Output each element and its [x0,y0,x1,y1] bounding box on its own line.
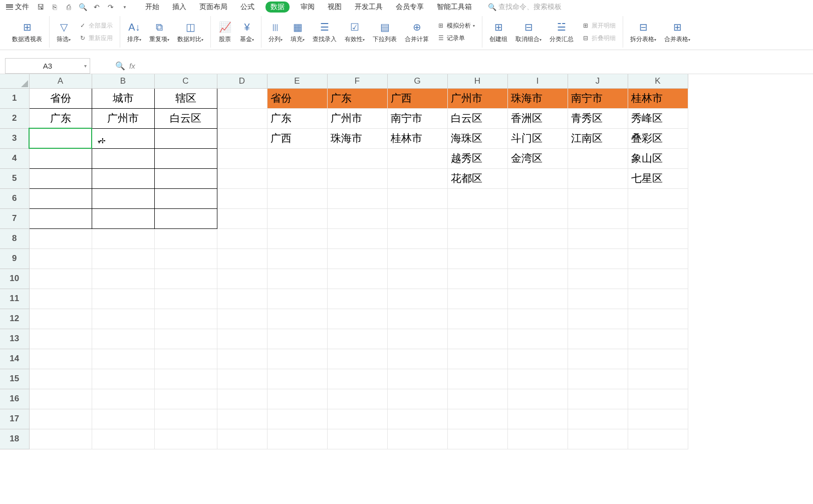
row-header-12[interactable]: 12 [0,309,29,329]
cell-H2[interactable]: 白云区 [447,108,507,128]
cell-B7[interactable] [92,208,154,228]
cell-G11[interactable] [387,289,447,309]
cell-C18[interactable] [154,429,217,449]
cell-K18[interactable] [628,429,688,449]
cell-A8[interactable] [29,228,92,248]
row-header-5[interactable]: 5 [0,168,29,188]
cell-B4[interactable] [92,148,154,168]
cell-F6[interactable] [327,188,387,208]
column-header-C[interactable]: C [154,74,217,88]
cell-F13[interactable] [327,329,387,349]
cell-B14[interactable] [92,349,154,369]
row-header-1[interactable]: 1 [0,88,29,108]
column-header-F[interactable]: F [327,74,387,88]
fill-button[interactable]: ▦填充▾ [289,19,307,45]
dropdown-list-button[interactable]: ▤下拉列表 [371,19,399,45]
cell-H10[interactable] [447,269,507,289]
tab-start[interactable]: 开始 [143,2,161,13]
cell-F17[interactable] [327,409,387,429]
cell-E14[interactable] [267,349,327,369]
merge-table-button[interactable]: ⊞合并表格▾ [662,19,692,45]
cell-K10[interactable] [628,269,688,289]
cell-D12[interactable] [217,309,267,329]
cell-A13[interactable] [29,329,92,349]
column-header-D[interactable]: D [217,74,267,88]
cell-H12[interactable] [447,309,507,329]
cell-J10[interactable] [568,269,628,289]
row-header-17[interactable]: 17 [0,409,29,429]
cell-H6[interactable] [447,188,507,208]
cell-G5[interactable] [387,168,447,188]
cell-I4[interactable]: 金湾区 [507,148,568,168]
cell-I17[interactable] [507,409,568,429]
cell-E7[interactable] [267,208,327,228]
cell-F7[interactable] [327,208,387,228]
subtotal-button[interactable]: ☱分类汇总 [548,19,576,45]
find-entry-button[interactable]: ☰查找录入 [311,19,339,45]
row-header-4[interactable]: 4 [0,148,29,168]
cell-H9[interactable] [447,248,507,269]
cell-G1[interactable]: 广西 [387,88,447,108]
cell-H18[interactable] [447,429,507,449]
ungroup-button[interactable]: ⊟取消组合▾ [513,19,544,45]
record-form-button[interactable]: ☰记录单 [435,33,477,44]
cell-G8[interactable] [387,228,447,248]
cell-A9[interactable] [29,248,92,269]
fund-button[interactable]: ¥基金▾ [238,19,256,45]
cell-A12[interactable] [29,309,92,329]
cell-I16[interactable] [507,389,568,409]
cell-A3[interactable]: ▾✢ [29,128,92,148]
cell-E4[interactable] [267,148,327,168]
cell-C10[interactable] [154,269,217,289]
cell-G15[interactable] [387,369,447,389]
cell-G9[interactable] [387,248,447,269]
cell-G3[interactable]: 桂林市 [387,128,447,148]
cell-E13[interactable] [267,329,327,349]
cell-H14[interactable] [447,349,507,369]
cell-J6[interactable] [568,188,628,208]
tab-smart-toolbox[interactable]: 智能工具箱 [435,2,474,13]
cell-F12[interactable] [327,309,387,329]
column-header-E[interactable]: E [267,74,327,88]
cell-G18[interactable] [387,429,447,449]
cell-H16[interactable] [447,389,507,409]
cell-E2[interactable]: 广东 [267,108,327,128]
cell-J9[interactable] [568,248,628,269]
row-header-15[interactable]: 15 [0,369,29,389]
cell-F10[interactable] [327,269,387,289]
cell-D18[interactable] [217,429,267,449]
cell-K3[interactable]: 叠彩区 [628,128,688,148]
cell-H13[interactable] [447,329,507,349]
row-header-13[interactable]: 13 [0,329,29,349]
reapply-button[interactable]: ↻重新应用 [77,33,115,44]
cell-F2[interactable]: 广州市 [327,108,387,128]
cell-B13[interactable] [92,329,154,349]
cell-C9[interactable] [154,248,217,269]
name-box-dropdown-icon[interactable]: ▾ [84,63,87,69]
cell-K9[interactable] [628,248,688,269]
cell-C13[interactable] [154,329,217,349]
cell-K1[interactable]: 桂林市 [628,88,688,108]
name-box[interactable]: A3 ▾ [5,58,90,74]
column-header-B[interactable]: B [92,74,154,88]
cell-B5[interactable] [92,168,154,188]
column-header-H[interactable]: H [447,74,507,88]
cell-K8[interactable] [628,228,688,248]
cell-D2[interactable] [217,108,267,128]
cell-D16[interactable] [217,389,267,409]
cell-C12[interactable] [154,309,217,329]
cell-K17[interactable] [628,409,688,429]
stock-button[interactable]: 📈股票 [216,19,234,45]
cell-F14[interactable] [327,349,387,369]
validity-button[interactable]: ☑有效性▾ [343,19,367,45]
cell-E16[interactable] [267,389,327,409]
cell-E1[interactable]: 省份 [267,88,327,108]
save-icon[interactable]: 🖫 [36,3,45,12]
cell-F8[interactable] [327,228,387,248]
cell-D13[interactable] [217,329,267,349]
cell-I8[interactable] [507,228,568,248]
cell-K14[interactable] [628,349,688,369]
column-header-A[interactable]: A [29,74,92,88]
tab-member[interactable]: 会员专享 [394,2,426,13]
cell-D5[interactable] [217,168,267,188]
